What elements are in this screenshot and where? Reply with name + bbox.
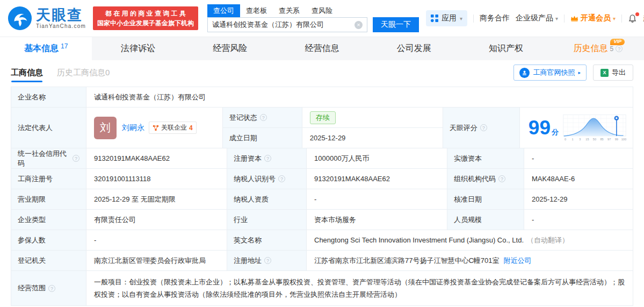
notifications-bell[interactable] (628, 14, 637, 23)
field-value-legal-rep: 刘 刘嗣永 关联企业 4 (86, 108, 223, 148)
field-label-org-code: 组织机构代码 (447, 169, 524, 189)
clear-icon[interactable]: × (354, 21, 363, 29)
table-row: 工商注册号 320191001113118 纳税人识别号 91320191MAK… (11, 169, 633, 189)
help-icon[interactable] (278, 175, 285, 182)
subtab-history-registration[interactable]: 历史工商信息0 (57, 60, 110, 85)
slogan-line2: 国家中小企业发展子基金旗下机构 (97, 18, 194, 28)
field-value-taxpayer-id: 91320191MAK48AAE62 (307, 169, 447, 189)
search-block: 查公司 查老板 查关系 查风险 × 天眼一下 (207, 4, 419, 32)
apps-grid-icon (431, 15, 438, 22)
help-icon[interactable] (480, 124, 487, 131)
table-row: 企业类型 有限责任公司 行业 资本市场服务 人员规模 - (11, 210, 633, 230)
field-value-industry: 资本市场服务 (307, 210, 447, 230)
subtab-business-registration[interactable]: 工商信息 (11, 60, 43, 85)
label-text: 组织机构代码 (454, 174, 496, 184)
tab-legal-proceedings[interactable]: 法律诉讼 (92, 37, 184, 60)
tab-intellectual-property[interactable]: 知识产权 (460, 37, 552, 60)
score-distribution-chart: 0 1 3 15 50 85 97 99 100 (562, 113, 627, 143)
tab-company-development[interactable]: 公司发展 (368, 37, 460, 60)
english-name-text: Chengtong Sci Tech Innovation Investment… (314, 236, 524, 244)
search-tab-boss[interactable]: 查老板 (240, 4, 273, 17)
label-text: 登记状态 (229, 113, 257, 123)
apps-menu[interactable]: 应用 ▾ (426, 10, 467, 26)
tab-label: 历史信息 (573, 43, 607, 54)
field-value-staff-size: - (524, 210, 633, 230)
score-value: 99 (529, 118, 551, 138)
help-icon[interactable] (498, 175, 505, 182)
score-number: 99 分 (529, 118, 559, 138)
slogan-badge: 都 在 用 的 商 业 查 询 工 具 国家中小企业发展子基金旗下机构 (93, 6, 198, 30)
search-tab-risk[interactable]: 查风险 (306, 4, 338, 17)
related-companies-badge[interactable]: 关联企业 4 (149, 122, 197, 134)
search-input-wrap: × (207, 17, 367, 32)
score-axis-ticks: 0 1 3 15 50 85 97 99 100 (565, 138, 626, 141)
nav-enterprise-products[interactable]: 企业级产品 ▾ (516, 13, 558, 23)
tab-count: 5 (610, 45, 613, 53)
nav-cooperation[interactable]: 商务合作 (480, 13, 510, 23)
nav-open-vip[interactable]: 开通会员 ▾ (570, 13, 616, 23)
label-text: 纳税人识别号 (234, 174, 276, 184)
table-row: 经营范围 一般项目：创业投资（限投资未上市企业）；以私募基金从事股权投资、投资管… (11, 271, 633, 305)
search-button[interactable]: 天眼一下 (373, 17, 419, 32)
help-icon[interactable] (264, 155, 271, 162)
field-value-reg-status: 存续 (302, 108, 443, 127)
field-label-company-name: 企业名称 (11, 87, 86, 107)
field-value-taxpayer-quality: - (307, 189, 447, 209)
help-icon[interactable] (616, 45, 623, 52)
auto-translate-note: （自动翻译） (527, 235, 569, 245)
tab-history-info[interactable]: VIP 历史信息 5 (552, 37, 644, 60)
field-value-org-code: MAK48AAE-6 (524, 169, 633, 189)
excel-icon: X (600, 69, 609, 77)
tab-basic-info[interactable]: 基本信息 17 (0, 37, 92, 60)
help-icon[interactable] (260, 114, 267, 121)
help-icon[interactable] (73, 155, 79, 162)
search-tab-relation[interactable]: 查关系 (273, 4, 306, 17)
address-text: 江苏省南京市江北新区浦滨路77号扬子江智慧中心C幢701室 (314, 256, 500, 266)
field-value-reg-number: 320191001113118 (86, 169, 227, 189)
svg-text:15: 15 (585, 138, 589, 141)
tab-business-info[interactable]: 经营信息 (276, 37, 368, 60)
search-tab-company[interactable]: 查公司 (207, 4, 240, 17)
top-header: 天眼查 TianYanCha.com 都 在 用 的 商 业 查 询 工 具 国… (0, 0, 644, 37)
apps-label: 应用 (442, 13, 457, 23)
tab-label: 基本信息 (24, 43, 59, 54)
help-icon[interactable] (48, 285, 55, 292)
field-value-company-type: 有限责任公司 (86, 210, 227, 230)
field-label-establish-date: 成立日期 (223, 128, 302, 148)
caret-down-icon: ▾ (555, 16, 558, 22)
tab-label: 公司发展 (397, 43, 431, 54)
official-snapshot-button[interactable]: 工商官网快照 ▸ (513, 65, 587, 81)
vip-badge: VIP (610, 39, 625, 45)
field-label-company-type: 企业类型 (11, 210, 86, 230)
network-icon (153, 125, 159, 131)
tab-operational-risk[interactable]: 经营风险 (184, 37, 276, 60)
field-label-approval-date: 核准日期 (447, 189, 524, 209)
logo-subtitle: TianYanCha.com (36, 23, 86, 29)
svg-text:0: 0 (565, 138, 566, 141)
tab-label: 法律诉讼 (121, 43, 155, 54)
status-badge: 存续 (310, 111, 336, 124)
search-input[interactable] (212, 21, 354, 29)
field-value-establish-date: 2025-12-29 (302, 128, 443, 148)
tab-label: 知识产权 (489, 43, 523, 54)
caret-down-icon: ▾ (613, 16, 616, 22)
field-label-tianyan-score: 天眼评分 (443, 108, 520, 148)
notification-dot (635, 12, 639, 16)
help-icon[interactable] (264, 257, 271, 264)
svg-text:99: 99 (615, 138, 618, 141)
caret-down-icon: ▾ (460, 16, 462, 22)
avatar[interactable]: 刘 (94, 117, 117, 139)
nearby-companies-link[interactable]: 附近公司 (504, 256, 532, 266)
slogan-line1: 都 在 用 的 商 业 查 询 工 具 (97, 9, 194, 18)
top-nav: 应用 ▾ 商务合作 企业级产品 ▾ 开通会员 ▾ 超级... (426, 10, 644, 26)
field-value-paid-capital: - (524, 148, 633, 168)
caret-right-icon: ▸ (578, 70, 581, 75)
search-tabs: 查公司 查老板 查关系 查风险 (207, 4, 419, 17)
divider (473, 15, 474, 23)
field-label-english-name: 英文名称 (227, 230, 307, 250)
legal-rep-link[interactable]: 刘嗣永 (122, 123, 144, 133)
export-button[interactable]: X 导出 (593, 65, 633, 81)
divider (564, 15, 565, 23)
tab-label: 经营信息 (305, 43, 339, 54)
tianyancha-logo[interactable]: 天眼查 TianYanCha.com (8, 6, 86, 31)
